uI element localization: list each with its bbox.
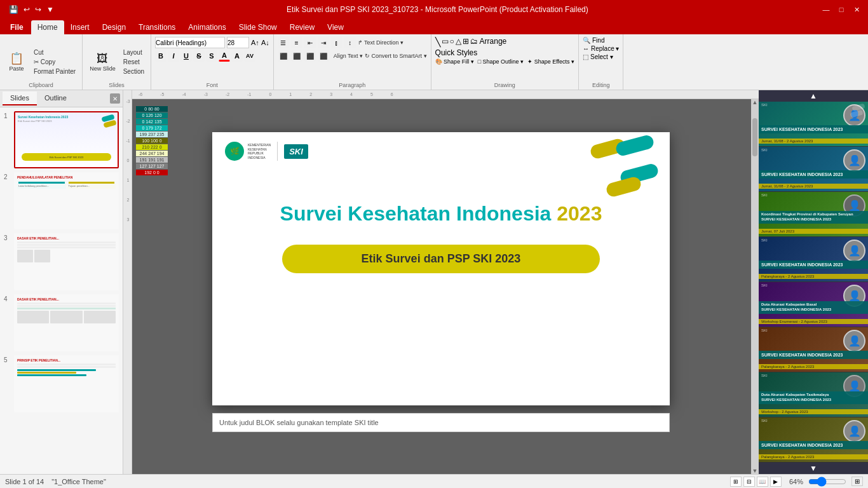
italic-button[interactable]: I (168, 50, 179, 62)
tab-home[interactable]: Home (31, 20, 64, 34)
align-center-button[interactable]: ⬛ (291, 50, 302, 62)
shape-circle-icon[interactable]: ○ (450, 37, 454, 47)
tab-file[interactable]: File (3, 20, 31, 34)
shape-rect-icon[interactable]: ▭ (442, 37, 449, 47)
font-color-button[interactable]: A (219, 50, 230, 62)
numbering-button[interactable]: ≡ (291, 37, 302, 48)
video-item-5[interactable]: 👤 SKI Duta Akurasi Kabupaten BasalSURVEI… (759, 282, 868, 327)
shape-more-icon[interactable]: ⊞ (463, 37, 469, 47)
slide-thumb-2[interactable]: 2 PENDAHULUAN/LATAR PENELITIAN Latar bel… (4, 172, 119, 229)
reset-button[interactable]: Reset (121, 58, 147, 66)
font-family-input[interactable] (155, 37, 225, 48)
shape-line-icon[interactable]: ╲ (435, 37, 440, 47)
tab-transitions[interactable]: Transitions (132, 20, 182, 34)
tab-view[interactable]: View (321, 20, 350, 34)
color-3[interactable]: 0 179 172 (136, 125, 168, 131)
color-9[interactable]: 127 127 127 (136, 163, 168, 169)
save-icon[interactable]: 💾 (8, 5, 20, 14)
undo-icon[interactable]: ↩ (22, 5, 31, 14)
color-7[interactable]: 244 247 194 (136, 151, 168, 156)
underline-button[interactable]: U (180, 50, 192, 62)
font-decrease-icon[interactable]: A↓ (261, 39, 269, 46)
video-item-4[interactable]: 👤 SKI SURVEI KESEHATAN INDONESIA 2023 Pa… (759, 237, 868, 282)
subtitle-box[interactable]: Etik Survei dan PSP SKI 2023 (282, 245, 600, 273)
redo-icon[interactable]: ↪ (34, 5, 43, 14)
customize-icon[interactable]: ▼ (45, 5, 55, 14)
indent-decrease-button[interactable]: ⇤ (304, 37, 316, 48)
color-0[interactable]: 0 80 80 (136, 106, 168, 112)
indent-increase-button[interactable]: ⇥ (318, 37, 329, 48)
cut-button[interactable]: Cut (31, 48, 78, 57)
bullets-button[interactable]: ☰ (278, 37, 289, 48)
zoom-slider[interactable] (808, 478, 846, 485)
format-painter-button[interactable]: Format Painter (31, 67, 78, 76)
columns-button[interactable]: ⫿ (331, 37, 342, 48)
video-item-3[interactable]: 👤 SKI Koordinasi Tingkat Provinsi di Kab… (759, 192, 868, 237)
slide-thumb-3[interactable]: 3 DASAR ETIK PENELITIAN... (4, 233, 119, 290)
video-item-8[interactable]: 👤 SKI SURVEI KESEHATAN INDONESIA 2023 Pa… (759, 417, 868, 463)
slide-thumb-5[interactable]: 5 PRINSIP ETIK PENELITIAN... (4, 355, 119, 412)
close-button[interactable]: ✕ (850, 4, 863, 15)
tab-slideshow[interactable]: Slide Show (233, 20, 283, 34)
right-panel-scroll-down[interactable]: ▼ (759, 463, 868, 474)
highlight-button[interactable]: A (231, 50, 243, 62)
normal-view-button[interactable]: ⊞ (730, 477, 742, 487)
tab-slides[interactable]: Slides (3, 92, 37, 105)
shape-effects-button[interactable]: ✦ Shape Effects ▾ (527, 58, 574, 65)
slideshow-button[interactable]: ▶ (770, 477, 782, 487)
convert-smartart-button[interactable]: ↻ Convert to SmartArt ▾ (365, 53, 427, 59)
slide-thumb-4[interactable]: 4 DASAR ETIK PENELITIAN... (4, 294, 119, 351)
quick-styles-button[interactable]: Quick Styles (435, 48, 478, 57)
tab-animations[interactable]: Animations (182, 20, 232, 34)
shape-fill-button[interactable]: 🎨 Shape Fill ▾ (435, 58, 474, 65)
reading-view-button[interactable]: 📖 (757, 477, 768, 487)
color-8[interactable]: 191 191 191 (136, 157, 168, 163)
slides-panel-close[interactable]: ✕ (110, 93, 120, 104)
align-left-button[interactable]: ⬛ (278, 50, 289, 62)
slide-sorter-button[interactable]: ⊟ (743, 477, 755, 487)
section-button[interactable]: Section (121, 67, 147, 76)
video-item-1[interactable]: 👤 SKI SURVEI KESEHATAN INDONESIA 2023 Ju… (759, 102, 868, 147)
tab-insert[interactable]: Insert (64, 20, 96, 34)
minimize-button[interactable]: — (820, 4, 832, 15)
line-spacing-button[interactable]: ↕ (344, 37, 356, 48)
paste-button[interactable]: 📋 Paste (4, 51, 29, 74)
video-item-6[interactable]: 👤 SKI SURVEI KESEHATAN INDONESIA 2023 Pa… (759, 327, 868, 372)
slide-thumb-1[interactable]: 1 Survei Kesehatan Indonesia 2023 Etik S… (4, 111, 119, 168)
video-item-7[interactable]: 👤 SKI Duta Akurasi Kabupaten Tasikmalaya… (759, 372, 868, 417)
color-5[interactable]: 100 100 0 (136, 138, 168, 144)
color-1[interactable]: 0 126 120 (136, 112, 168, 118)
align-right-button[interactable]: ⬛ (304, 50, 316, 62)
arrange-button[interactable]: 🗂 Arrange (470, 37, 506, 47)
color-2[interactable]: 0 142 135 (136, 119, 168, 125)
copy-button[interactable]: ✂ Copy (31, 58, 78, 66)
replace-button[interactable]: ↔ Replace ▾ (583, 45, 619, 52)
shadow-button[interactable]: S (206, 50, 217, 62)
shape-outline-button[interactable]: □ Shape Outline ▾ (478, 58, 524, 65)
tab-review[interactable]: Review (283, 20, 321, 34)
vscroll-down-arrow[interactable]: ▼ (752, 468, 758, 474)
main-slide[interactable]: 🌿 KEMENTERIANKESEHATANREPUBLIKINDONESIA … (212, 132, 670, 405)
font-size-input[interactable] (227, 37, 249, 48)
color-6[interactable]: 210 222 0 (136, 144, 168, 150)
maximize-button[interactable]: □ (835, 4, 848, 15)
color-10[interactable]: 192 0 0 (136, 170, 168, 175)
bold-button[interactable]: B (155, 50, 166, 62)
right-panel-scroll-up[interactable]: ▲ (759, 90, 868, 102)
canvas-vscroll[interactable]: ▲ ▼ (751, 99, 759, 474)
color-4[interactable]: 199 237 235 (136, 132, 168, 137)
tab-design[interactable]: Design (96, 20, 132, 34)
char-spacing-button[interactable]: AV (244, 50, 255, 62)
vscroll-up-arrow[interactable]: ▲ (752, 99, 758, 105)
shape-triangle-icon[interactable]: △ (456, 37, 461, 47)
justify-button[interactable]: ⬛ (318, 50, 329, 62)
select-button[interactable]: ⬚ Select ▾ (583, 53, 613, 60)
text-direction-button[interactable]: ↱ Text Direction ▾ (358, 39, 403, 46)
align-text-button[interactable]: Align Text ▾ (334, 53, 363, 59)
vscroll-thumb[interactable] (752, 118, 757, 156)
font-increase-icon[interactable]: A↑ (251, 39, 259, 46)
new-slide-button[interactable]: 🖼 New Slide (86, 51, 119, 74)
layout-button[interactable]: Layout (121, 48, 147, 57)
find-button[interactable]: 🔍 Find (583, 37, 604, 44)
fit-slide-button[interactable]: ⊞ (851, 477, 863, 486)
